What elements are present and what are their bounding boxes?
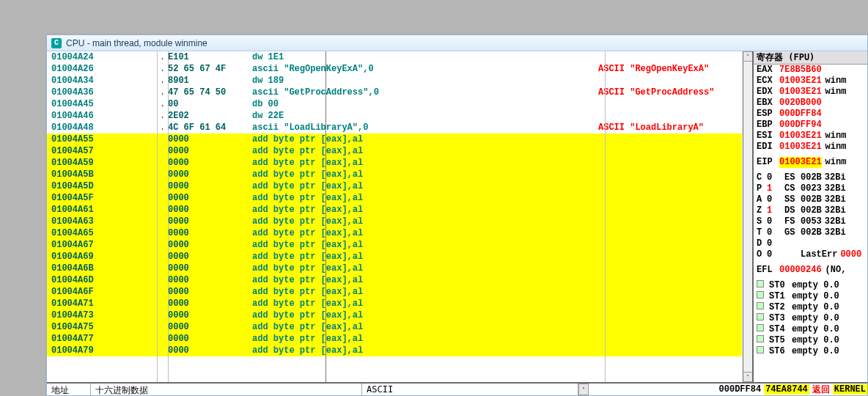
register-eax[interactable]: EAX7E8B5B60: [754, 65, 867, 76]
disasm-row[interactable]: 01004A5B0000add byte ptr [eax],al: [47, 169, 742, 180]
disasm-row[interactable]: 01004A710000add byte ptr [eax],al: [47, 298, 742, 309]
flag-c[interactable]: C0ES002B32Bi: [754, 172, 867, 183]
disasm-row[interactable]: 01004A570000add byte ptr [eax],al: [47, 145, 742, 157]
disasm-row[interactable]: 01004A6D0000add byte ptr [eax],al: [47, 274, 742, 286]
fpu-st1[interactable]: ST1empty 0.0: [754, 291, 867, 302]
breakpoint-dot[interactable]: .: [157, 98, 168, 110]
disasm-row[interactable]: 01004A46.2E02dw 22E: [47, 110, 742, 122]
fpu-st3[interactable]: ST3empty 0.0: [754, 313, 867, 324]
breakpoint-dot[interactable]: [157, 274, 168, 286]
disasm-row[interactable]: 01004A5F0000add byte ptr [eax],al: [47, 192, 742, 204]
breakpoint-dot[interactable]: [157, 239, 168, 251]
disasm-row[interactable]: 01004A690000add byte ptr [eax],al: [47, 251, 742, 263]
flag-a[interactable]: A0SS002B32Bi: [754, 194, 867, 205]
comment: [595, 227, 742, 239]
flag-t[interactable]: T0GS002B32Bi: [754, 227, 867, 238]
fpu-st4[interactable]: ST4empty 0.0: [754, 324, 867, 335]
register-efl[interactable]: EFL 00000246 (NO,: [754, 265, 867, 276]
comment: [595, 274, 742, 286]
disasm-row[interactable]: 01004A48.4C 6F 61 64ascii "LoadLibraryA"…: [47, 122, 742, 133]
column-divider[interactable]: [605, 51, 606, 382]
breakpoint-dot[interactable]: [157, 298, 168, 309]
register-edi[interactable]: EDI01003E21winm: [754, 142, 867, 153]
breakpoint-dot[interactable]: [157, 169, 168, 180]
disasm-row[interactable]: 01004A630000add byte ptr [eax],al: [47, 216, 742, 227]
breakpoint-dot[interactable]: .: [157, 122, 168, 133]
titlebar[interactable]: C CPU - main thread, module winmine: [47, 35, 867, 51]
stack-row[interactable]: 000DFF84 74EA8744 返回 KERNEL: [589, 384, 867, 395]
breakpoint-dot[interactable]: [157, 204, 168, 216]
disassembly-pane[interactable]: 01004A24.E101dw 1E101004A26.52 65 67 4Fa…: [47, 51, 754, 382]
breakpoint-dot[interactable]: [157, 345, 168, 356]
breakpoint-dot[interactable]: .: [157, 51, 168, 63]
breakpoint-dot[interactable]: [157, 145, 168, 157]
flag-d[interactable]: D0: [754, 238, 867, 249]
breakpoint-dot[interactable]: [157, 309, 168, 321]
breakpoint-dot[interactable]: [157, 227, 168, 239]
breakpoint-dot[interactable]: [157, 263, 168, 274]
flag-p[interactable]: P1CS002332Bi: [754, 183, 867, 194]
breakpoint-dot[interactable]: [157, 157, 168, 169]
dump-pane-header[interactable]: 地址 十六进制数据 ASCII: [47, 384, 578, 395]
disasm-row[interactable]: 01004A590000add byte ptr [eax],al: [47, 157, 742, 169]
register-esp[interactable]: ESP000DFF84: [754, 109, 867, 120]
disasm-row[interactable]: 01004A770000add byte ptr [eax],al: [47, 333, 742, 345]
fpu-st2[interactable]: ST2empty 0.0: [754, 302, 867, 313]
disasm-row[interactable]: 01004A550000add byte ptr [eax],al: [47, 133, 742, 145]
column-divider[interactable]: [157, 51, 158, 382]
flag-s[interactable]: S0FS005332Bi: [754, 216, 867, 227]
fpu-st0[interactable]: ST0empty 0.0: [754, 280, 867, 291]
hex-bytes: 0000: [168, 321, 252, 333]
disasm-row[interactable]: 01004A24.E101dw 1E1: [47, 51, 742, 63]
breakpoint-dot[interactable]: [157, 321, 168, 333]
dump-col-ascii[interactable]: ASCII: [362, 384, 578, 395]
disasm-row[interactable]: 01004A610000add byte ptr [eax],al: [47, 204, 742, 216]
disasm-row[interactable]: 01004A730000add byte ptr [eax],al: [47, 309, 742, 321]
breakpoint-dot[interactable]: .: [157, 75, 168, 87]
breakpoint-dot[interactable]: [157, 286, 168, 298]
breakpoint-dot[interactable]: .: [157, 110, 168, 122]
breakpoint-dot[interactable]: [157, 180, 168, 192]
fpu-st5[interactable]: ST5empty 0.0: [754, 335, 867, 346]
dump-col-addr[interactable]: 地址: [47, 384, 91, 395]
disassembly: add byte ptr [eax],al: [252, 192, 595, 204]
breakpoint-dot[interactable]: [157, 133, 168, 145]
breakpoint-dot[interactable]: [157, 333, 168, 345]
disasm-row[interactable]: 01004A26.52 65 67 4Fascii "RegOpenKeyExA…: [47, 63, 742, 75]
scroll-up-button[interactable]: ˄: [743, 51, 753, 62]
scrollbar[interactable]: [743, 62, 753, 372]
register-eip[interactable]: EIP 01003E21 winm: [754, 157, 867, 168]
disasm-row[interactable]: 01004A6F0000add byte ptr [eax],al: [47, 286, 742, 298]
scroll-up-button[interactable]: ˄: [578, 384, 589, 395]
disasm-row[interactable]: 01004A34.8901dw 189: [47, 75, 742, 87]
disasm-row[interactable]: 01004A750000add byte ptr [eax],al: [47, 321, 742, 333]
breakpoint-dot[interactable]: [157, 192, 168, 204]
register-ebp[interactable]: EBP000DFF94: [754, 120, 867, 131]
dump-col-hex[interactable]: 十六进制数据: [91, 384, 362, 395]
register-esi[interactable]: ESI01003E21winm: [754, 131, 867, 142]
disasm-row[interactable]: 01004A670000add byte ptr [eax],al: [47, 239, 742, 251]
fpu-st6[interactable]: ST6empty 0.0: [754, 346, 867, 357]
reg-value: empty 0.0: [792, 302, 839, 313]
scroll-down-button[interactable]: ˅: [743, 372, 753, 382]
disasm-row[interactable]: 01004A5D0000add byte ptr [eax],al: [47, 180, 742, 192]
disasm-row[interactable]: 01004A790000add byte ptr [eax],al: [47, 345, 742, 356]
breakpoint-dot[interactable]: .: [157, 63, 168, 75]
registers-pane[interactable]: 寄存器 (FPU) EAX7E8B5B60ECX01003E21winmEDX0…: [754, 51, 867, 382]
column-divider[interactable]: [326, 51, 326, 382]
disasm-row[interactable]: 01004A45.00db 00: [47, 98, 742, 110]
breakpoint-dot[interactable]: [157, 251, 168, 263]
flag-o[interactable]: O0LastErr0000: [754, 249, 867, 260]
register-edx[interactable]: EDX01003E21winm: [754, 87, 867, 98]
disasm-row[interactable]: 01004A650000add byte ptr [eax],al: [47, 227, 742, 239]
column-divider[interactable]: [168, 51, 169, 382]
register-ebx[interactable]: EBX0020B000: [754, 98, 867, 109]
register-ecx[interactable]: ECX01003E21winm: [754, 76, 867, 87]
breakpoint-dot[interactable]: [157, 216, 168, 227]
registers-header[interactable]: 寄存器 (FPU): [754, 51, 867, 65]
disasm-row[interactable]: 01004A6B0000add byte ptr [eax],al: [47, 263, 742, 274]
flag-value: 0: [767, 227, 774, 238]
flag-z[interactable]: Z1DS002B32Bi: [754, 205, 867, 216]
breakpoint-dot[interactable]: .: [157, 87, 168, 98]
disasm-row[interactable]: 01004A36.47 65 74 50ascii "GetProcAddres…: [47, 87, 742, 98]
